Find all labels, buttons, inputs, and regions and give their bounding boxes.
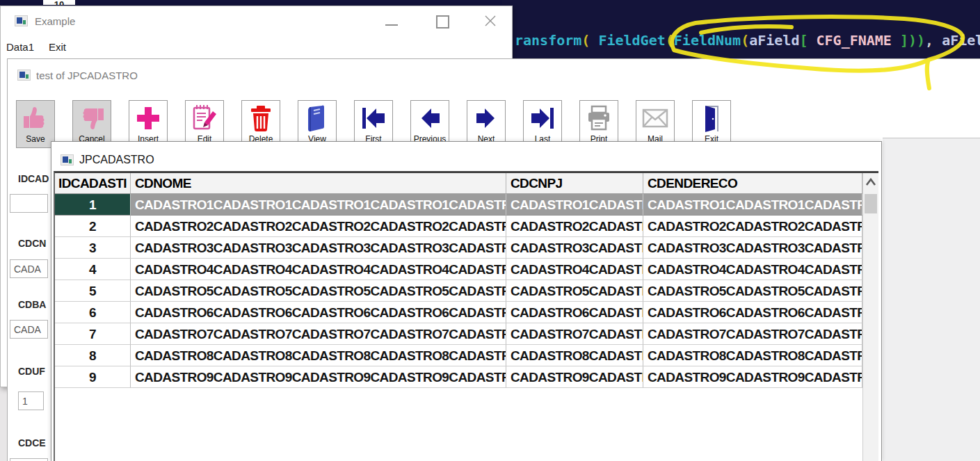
table-cell: CADASTRO1CADASTRO1CADASTRO1 <box>643 194 862 216</box>
table-row[interactable]: 7CADASTRO7CADASTRO7CADASTRO7CADASTRO7CAD… <box>55 323 862 345</box>
code-token: FieldNum <box>674 32 741 49</box>
table-row[interactable]: 4CADASTRO4CADASTRO4CADASTRO4CADASTRO4CAD… <box>55 259 862 280</box>
table-cell: CADASTRO1CADASTRO1CADASTRO1CADASTRO1CADA… <box>131 194 506 216</box>
table-cell: 8 <box>55 345 131 366</box>
table-cell: CADASTRO6CADASTRO6CADASTRO6CADASTRO6CADA… <box>131 302 506 323</box>
table-cell: CADASTRO4CADASTRO4CADASTRO4CADASTRO4CADA… <box>131 259 506 280</box>
code-token: CFG_FNAME <box>817 32 892 49</box>
app-window-icon <box>15 15 28 26</box>
table-row[interactable]: 8CADASTRO8CADASTRO8CADASTRO8CADASTRO8CAD… <box>55 345 862 366</box>
table-cell: CADASTRO2CADASTRO2CADASTRO2 <box>643 216 862 237</box>
code-token: ] <box>892 32 908 49</box>
code-token: FieldGet <box>590 32 665 49</box>
table-cell: CADASTRO2CADASTRO2CADASTRO2CADASTRO2CADA… <box>131 216 506 237</box>
testof-titlebar: test of JPCADASTRO <box>8 59 980 84</box>
table-cell: CADASTRO7CADASTRO7CADASTRO7 <box>643 323 862 345</box>
table-cell: CADASTRO7CADASTRO7 <box>506 323 643 345</box>
background-window-strip: 10 <box>0 0 513 6</box>
app-window-icon <box>61 154 74 165</box>
code-token: aField <box>749 32 799 49</box>
table-cell: CADASTRO8CADASTRO8CADASTRO8 <box>643 345 862 366</box>
minimize-button[interactable] <box>385 24 398 26</box>
menu-item-exit[interactable]: Exit <box>49 35 66 59</box>
table-cell: CADASTRO7CADASTRO7CADASTRO7CADASTRO7CADA… <box>131 323 506 345</box>
example-titlebar: Example <box>1 6 512 35</box>
background-panel <box>883 138 980 461</box>
table-cell: CADASTRO8CADASTRO8 <box>506 345 643 366</box>
table-cell: CADASTRO9CADASTRO9 <box>506 366 643 388</box>
background-clipped-text: 10 <box>43 0 75 5</box>
code-token: ) <box>908 32 917 49</box>
table-cell: CADASTRO3CADASTRO3CADASTRO3CADASTRO3CADA… <box>131 237 506 259</box>
table-cell: 9 <box>55 366 131 388</box>
example-window-title: Example <box>35 15 75 27</box>
column-header-idcadasti[interactable]: IDCADASTI <box>55 173 131 194</box>
cdce-input[interactable] <box>10 458 48 461</box>
jpcadastro-window-title: JPCADASTRO <box>79 154 154 166</box>
table-cell: CADASTRO4CADASTRO4CADASTRO4 <box>643 259 862 280</box>
scroll-up-button[interactable] <box>863 173 878 191</box>
table-cell: 3 <box>55 237 131 259</box>
code-line: ransform( FieldGet(FieldNum(aField[ CFG_… <box>515 32 980 49</box>
jpcadastro-window: JPCADASTRO IDCADASTICDNOMECDCNPJCDENDERE… <box>51 141 882 461</box>
table-cell: 4 <box>55 259 131 280</box>
table-row[interactable]: 9CADASTRO9CADASTRO9CADASTRO9CADASTRO9CAD… <box>55 366 862 388</box>
table-cell: CADASTRO4CADASTRO4 <box>506 259 643 280</box>
code-token: aFiel <box>933 32 980 49</box>
code-editor-panel: ransform( FieldGet(FieldNum(aField[ CFG_… <box>502 0 980 59</box>
table-cell: 5 <box>55 280 131 302</box>
cdba-input[interactable] <box>10 320 48 339</box>
previous-icon <box>415 102 445 134</box>
maximize-button[interactable] <box>436 15 449 29</box>
table-row[interactable]: 2CADASTRO2CADASTRO2CADASTRO2CADASTRO2CAD… <box>55 216 862 237</box>
table-row[interactable]: 5CADASTRO5CADASTRO5CADASTRO5CADASTRO5CAD… <box>55 280 862 302</box>
grid-body: 1CADASTRO1CADASTRO1CADASTRO1CADASTRO1CAD… <box>55 194 878 388</box>
printer-icon <box>584 102 614 134</box>
plus-icon <box>133 102 163 134</box>
table-row[interactable]: 1CADASTRO1CADASTRO1CADASTRO1CADASTRO1CAD… <box>55 194 862 216</box>
table-row[interactable]: 3CADASTRO3CADASTRO3CADASTRO3CADASTRO3CAD… <box>55 237 862 259</box>
chevron-up-icon <box>863 177 878 188</box>
table-cell: CADASTRO6CADASTRO6 <box>506 302 643 323</box>
cduf-input[interactable] <box>18 391 44 410</box>
trash-icon <box>246 102 276 134</box>
last-icon <box>527 102 558 134</box>
data-grid: IDCADASTICDNOMECDCNPJCDENDERECO 1CADASTR… <box>54 171 878 461</box>
table-cell: CADASTRO9CADASTRO9CADASTRO9CADASTRO9CADA… <box>131 366 506 388</box>
vertical-scrollbar[interactable] <box>862 173 878 461</box>
table-cell: CADASTRO3CADASTRO3 <box>506 237 643 259</box>
table-cell: CADASTRO5CADASTRO5CADASTRO5 <box>643 280 862 302</box>
code-token: ( <box>666 32 674 49</box>
table-cell: 2 <box>55 216 131 237</box>
thumbs-down-icon <box>77 102 107 134</box>
scrollbar-thumb[interactable] <box>865 194 877 213</box>
background-clipped-cell: 10 <box>43 0 75 5</box>
grid-header-row: IDCADASTICDNOMECDCNPJCDENDERECO <box>55 173 862 194</box>
table-cell: CADASTRO3CADASTRO3CADASTRO3 <box>643 237 862 259</box>
menu-item-data1[interactable]: Data1 <box>6 35 34 59</box>
code-token: ( <box>741 32 749 49</box>
idcad-input[interactable] <box>10 194 48 213</box>
book-icon <box>302 102 332 134</box>
table-cell: CADASTRO9CADASTRO9CADASTRO9 <box>643 366 862 388</box>
table-cell: 1 <box>55 194 131 216</box>
column-header-cdcnpj[interactable]: CDCNPJ <box>506 173 643 194</box>
mail-icon <box>640 102 670 134</box>
table-cell: 6 <box>55 302 131 323</box>
table-cell: CADASTRO1CADASTRO1 <box>506 194 643 216</box>
table-cell: CADASTRO8CADASTRO8CADASTRO8CADASTRO8CADA… <box>131 345 506 366</box>
next-icon <box>471 102 501 134</box>
close-button[interactable] <box>483 14 497 28</box>
code-token: [ <box>799 32 816 49</box>
code-token: ( <box>581 32 590 49</box>
column-header-cdnome[interactable]: CDNOME <box>131 173 506 194</box>
cdcn-input[interactable] <box>10 259 48 278</box>
example-menubar: Data1Exit <box>1 35 512 60</box>
table-cell: CADASTRO2CADASTRO2 <box>506 216 643 237</box>
code-token: ransform <box>515 32 581 49</box>
door-icon <box>696 102 727 134</box>
table-row[interactable]: 6CADASTRO6CADASTRO6CADASTRO6CADASTRO6CAD… <box>55 302 862 323</box>
table-cell: 7 <box>55 323 131 345</box>
column-header-cdendereco[interactable]: CDENDERECO <box>643 173 862 194</box>
table-cell: CADASTRO6CADASTRO6CADASTRO6 <box>643 302 862 323</box>
